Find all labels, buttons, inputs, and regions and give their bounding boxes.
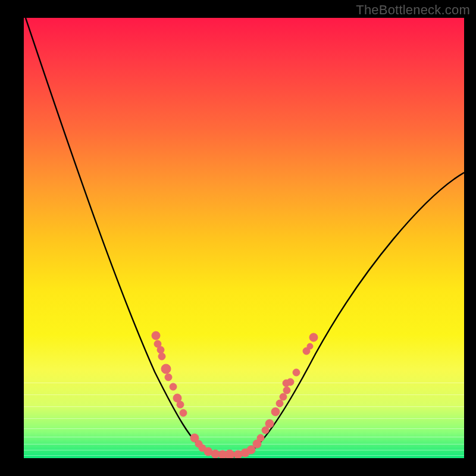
data-marker [165, 374, 172, 381]
data-marker [158, 353, 165, 360]
data-marker [276, 400, 283, 407]
data-marker [287, 378, 294, 386]
data-marker [265, 419, 274, 428]
watermark-text: TheBottleneck.com [356, 2, 470, 18]
chart-frame: TheBottleneck.com [0, 0, 476, 476]
data-marker [283, 387, 290, 394]
bottleneck-curve [26, 18, 464, 456]
data-marker [177, 401, 184, 408]
data-marker [157, 346, 164, 353]
data-marker [152, 331, 160, 340]
data-marker [257, 434, 264, 441]
data-marker [180, 409, 187, 416]
data-marker [170, 383, 177, 390]
data-marker [225, 450, 234, 458]
data-marker [309, 333, 318, 342]
data-marker [280, 393, 287, 400]
data-marker [161, 364, 171, 374]
data-marker [293, 369, 300, 376]
data-marker [307, 343, 313, 349]
curve-layer [24, 18, 464, 458]
plot-area [24, 18, 464, 458]
data-marker [271, 408, 280, 416]
